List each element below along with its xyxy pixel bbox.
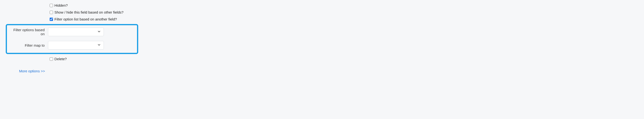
filter-map-to-row: Filter map to <box>9 41 135 49</box>
filter-based-on-select-wrapper <box>48 28 104 36</box>
showhide-checkbox-row: Show / hide this field based on other fi… <box>50 9 644 16</box>
hidden-checkbox-label: Hidden? <box>54 3 68 7</box>
more-options-container: More options >> <box>19 69 644 73</box>
delete-checkbox-label: Delete? <box>54 57 67 61</box>
showhide-checkbox[interactable] <box>50 11 53 14</box>
filter-map-to-label: Filter map to <box>9 43 48 47</box>
filter-map-to-select-wrapper <box>48 41 104 49</box>
filter-based-on-select[interactable] <box>48 28 104 36</box>
filter-based-on-label: Filter options based on <box>9 28 48 36</box>
filter-checkbox[interactable] <box>50 18 53 21</box>
hidden-checkbox[interactable] <box>50 4 53 7</box>
filter-map-to-select[interactable] <box>48 41 104 49</box>
showhide-checkbox-label: Show / hide this field based on other fi… <box>54 10 124 14</box>
filter-checkbox-row: Filter option list based on another fiel… <box>50 16 644 23</box>
filter-based-on-row: Filter options based on <box>9 28 135 36</box>
hidden-checkbox-row: Hidden? <box>50 2 644 9</box>
filter-options-panel: Filter options based on Filter map to <box>6 24 138 54</box>
more-options-link[interactable]: More options >> <box>19 69 45 73</box>
delete-checkbox-row: Delete? <box>50 55 644 62</box>
filter-checkbox-label: Filter option list based on another fiel… <box>54 17 117 21</box>
delete-checkbox[interactable] <box>50 57 53 61</box>
